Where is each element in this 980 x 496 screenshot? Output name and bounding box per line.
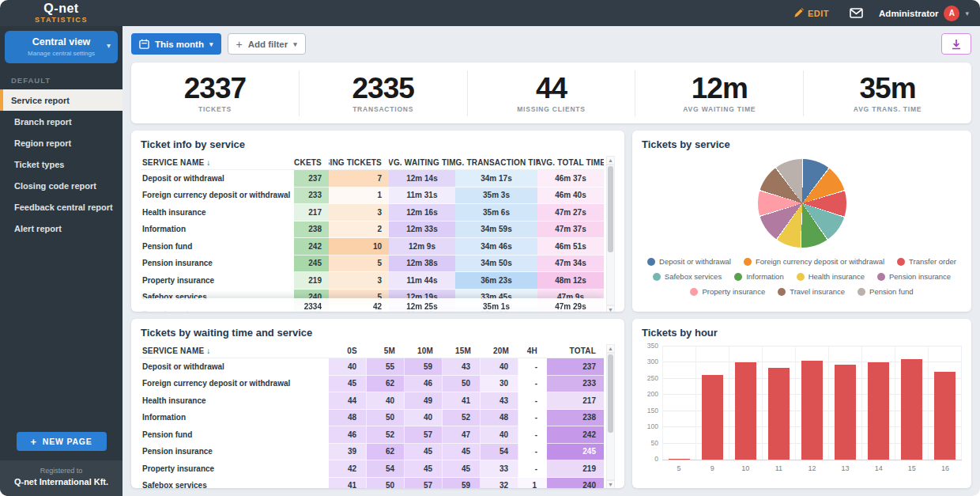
column-header-5m[interactable]: 5M	[367, 346, 405, 356]
envelope-icon	[850, 8, 863, 18]
scroll-down-icon[interactable]: ▼	[606, 305, 615, 312]
ticket-info-card: Ticket info by service SERVICE NAME ↓TIC…	[131, 131, 624, 312]
cell-service: Pension fund	[141, 426, 329, 444]
bar-slot-16	[928, 346, 962, 460]
sidebar: Central view Manage central settings ▾ D…	[0, 26, 122, 496]
legend-label: Pension fund	[869, 287, 913, 296]
legend-color-dot	[744, 258, 752, 266]
bar-slot-9	[695, 346, 729, 460]
edit-button[interactable]: EDIT	[789, 7, 834, 19]
column-header-missing-tickets[interactable]: MISSING TICKETS	[329, 158, 389, 167]
bar-hour-13	[835, 365, 855, 460]
date-filter-button[interactable]: This month ▾	[131, 33, 221, 55]
tickets-by-hour-card: Tickets by hour 050100150200250300350 59…	[632, 319, 971, 488]
chevron-down-icon: ▾	[965, 9, 969, 17]
user-menu[interactable]: Administrator A ▾	[879, 6, 969, 21]
column-header-15m[interactable]: 15M	[443, 346, 481, 356]
column-header-avg-waiting-time[interactable]: AVG. WAITING TIME	[389, 158, 455, 167]
messages-button[interactable]	[845, 7, 868, 19]
legend-row: Safebox servicesInformationHealth insura…	[653, 272, 951, 281]
column-header-0s[interactable]: 0S	[329, 346, 367, 356]
scroll-up-icon[interactable]: ▲	[606, 156, 615, 165]
column-header-total[interactable]: TOTAL	[547, 346, 604, 356]
scrollbar-track[interactable]	[606, 353, 615, 480]
column-header-10m[interactable]: 10M	[405, 346, 443, 356]
y-tick-label: 250	[647, 374, 658, 382]
cell-bucket: 52	[443, 410, 481, 427]
cell-bucket: -	[518, 392, 547, 410]
cell-service: Information	[141, 221, 294, 239]
cell-total-time: 48m 12s	[537, 272, 604, 290]
ticket-info-scrollbar[interactable]: ▲ ▼	[606, 156, 615, 312]
add-filter-button[interactable]: + Add filter ▾	[228, 33, 306, 55]
legend-color-dot	[797, 273, 805, 281]
column-header-avg-total-time[interactable]: AVG. TOTAL TIME	[537, 158, 604, 167]
sidebar-item-closing-code-report[interactable]: Closing code report	[0, 175, 122, 196]
kpi-label: TRANSACTIONS	[300, 105, 467, 113]
table-row: Pension fund2421012m 9s34m 46s46m 51s	[141, 238, 604, 256]
sidebar-item-ticket-types[interactable]: Ticket types	[0, 153, 122, 175]
kpi-avg-trans-time: 35mAVG TRANS. TIME	[804, 70, 971, 116]
download-button[interactable]	[941, 33, 971, 55]
sidebar-item-branch-report[interactable]: Branch report	[0, 111, 122, 132]
scroll-down-icon[interactable]: ▼	[606, 480, 615, 488]
cell-transaction: 34m 59s	[455, 221, 537, 239]
cell-transaction: 35m 6s	[455, 204, 537, 221]
column-header-20m[interactable]: 20M	[481, 346, 518, 356]
column-header-4h[interactable]: 4H	[518, 346, 547, 356]
waiting-table-body[interactable]: Deposit or withdrawal4055594340-237Forei…	[141, 358, 604, 488]
sidebar-item-feedback-central-report[interactable]: Feedback central report	[0, 196, 122, 218]
column-header-service-name[interactable]: SERVICE NAME ↓	[141, 346, 329, 356]
scroll-up-icon[interactable]: ▲	[606, 344, 615, 353]
legend-item-property-insurance: Property insurance	[690, 287, 765, 296]
bar-slot-15	[895, 346, 928, 460]
pie-legend: Deposit or withdrawalForeign currency de…	[647, 257, 956, 296]
bar-hour-12	[801, 361, 822, 460]
kpi-missing-clients: 44MISSING CLIENTS	[468, 70, 636, 116]
kpi-value: 2337	[131, 74, 299, 104]
scrollbar-track[interactable]	[606, 165, 615, 305]
column-header-service-name[interactable]: SERVICE NAME ↓	[141, 158, 294, 167]
logo-subtitle: STATISTICS	[0, 17, 122, 24]
table-row: Health insurance217312m 16s35m 6s47m 27s	[141, 204, 604, 221]
waiting-table-scrollbar[interactable]: ▲ ▼	[606, 344, 615, 488]
sidebar-item-alert-report[interactable]: Alert report	[0, 218, 122, 239]
scrollbar-thumb[interactable]	[608, 166, 613, 252]
scrollbar-thumb[interactable]	[608, 354, 613, 433]
ticket-info-title: Ticket info by service	[141, 138, 615, 150]
kpi-transactions: 2335TRANSACTIONS	[300, 70, 468, 116]
cell-bucket: 40	[367, 392, 405, 410]
bar-slot-14	[861, 346, 895, 460]
bar-hour-11	[768, 368, 789, 460]
ticket-info-table-body[interactable]: Deposit or withdrawal237712m 14s34m 17s4…	[141, 170, 604, 312]
cell-transaction: 34m 46s	[455, 238, 537, 256]
y-tick-label: 350	[647, 342, 658, 350]
cell-service: Health insurance	[141, 392, 329, 410]
cell-tickets: 237	[294, 170, 329, 187]
cell-waiting: 12m 9s	[389, 238, 455, 256]
table-row: Foreign currency deposit or withdrawal23…	[141, 187, 604, 205]
legend-label: Property insurance	[702, 287, 765, 296]
sidebar-item-region-report[interactable]: Region report	[0, 132, 122, 153]
cell-bucket: 43	[481, 392, 518, 410]
content: This month ▾ + Add filter ▾ 2337TICKETS2…	[122, 26, 980, 496]
cell-waiting: 12m 14s	[389, 170, 455, 187]
waiting-time-title: Tickets by waiting time and service	[141, 327, 615, 339]
legend-item-safebox-services: Safebox services	[653, 272, 722, 281]
date-filter-label: This month	[155, 40, 204, 49]
sidebar-item-service-report[interactable]: Service report	[0, 89, 122, 111]
legend-label: Deposit or withdrawal	[659, 257, 731, 266]
calendar-icon	[139, 39, 149, 49]
table-row: Foreign currency deposit or withdrawal45…	[141, 376, 604, 393]
cell-tickets: 233	[294, 187, 329, 205]
central-view-selector[interactable]: Central view Manage central settings ▾	[5, 31, 118, 63]
column-header-avg-transaction-time[interactable]: AVG. TRANSACTION TIME	[455, 158, 537, 167]
bar-chart: 050100150200250300350	[642, 346, 962, 460]
cell-bucket: 45	[405, 460, 443, 478]
waiting-time-card: Tickets by waiting time and service SERV…	[131, 319, 624, 488]
column-header-tickets[interactable]: TICKETS	[294, 158, 329, 167]
cell-bucket: 48	[481, 410, 518, 427]
new-page-label: NEW PAGE	[43, 437, 92, 446]
kpi-value: 44	[468, 74, 635, 104]
new-page-button[interactable]: + NEW PAGE	[17, 432, 107, 451]
